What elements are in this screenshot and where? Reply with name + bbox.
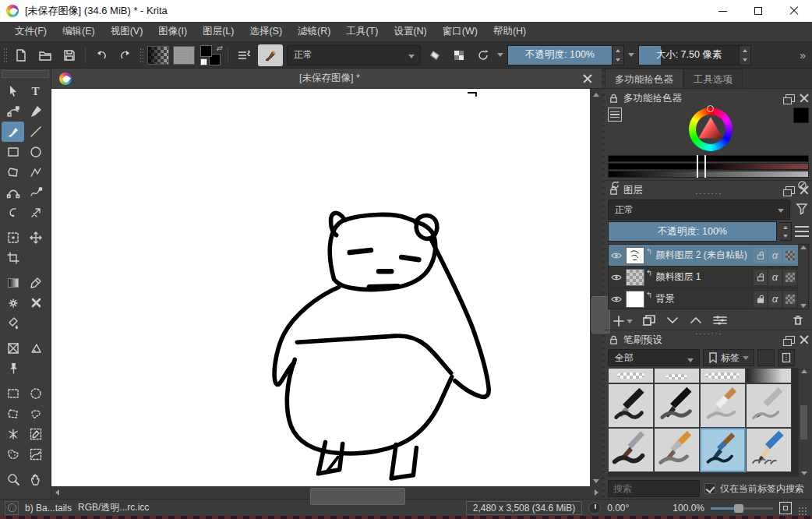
lock-layers-docker-icon[interactable] [608, 185, 619, 196]
layer-row-paint1[interactable]: ↰ 颜料图层 1 α [609, 267, 798, 288]
brush-preset-brush-dark[interactable] [608, 428, 654, 472]
layer-blend-mode-combo[interactable]: 正常 [608, 199, 790, 220]
hue-bar[interactable] [608, 155, 809, 162]
layer-inherit-alpha-icon[interactable]: α [768, 270, 782, 285]
canvas-horizontal-scrollbar[interactable] [51, 486, 602, 499]
line-tool[interactable] [24, 122, 47, 142]
freehand-path-tool[interactable] [24, 182, 47, 203]
color-triangle[interactable] [697, 115, 725, 143]
minimize-button[interactable] [704, 0, 740, 22]
size-spinner[interactable] [740, 45, 751, 65]
brush-view-menu-button[interactable] [757, 349, 775, 366]
menu-view[interactable]: 视图(V) [104, 23, 150, 41]
gradient-chooser[interactable] [147, 46, 169, 65]
layer-opacity-spinner[interactable] [780, 222, 792, 241]
pan-tool[interactable] [24, 469, 47, 489]
reload-dropdown-icon[interactable] [497, 53, 503, 57]
selection-display-button[interactable] [5, 501, 19, 515]
reload-preset-button[interactable] [473, 45, 493, 65]
close-button[interactable] [776, 0, 812, 22]
lock-brush-docker-icon[interactable] [608, 334, 619, 345]
brush-preset-pen-white[interactable] [700, 383, 746, 428]
tab-tool-options[interactable]: 工具选项 [683, 69, 743, 88]
scroll-up-arrow[interactable] [590, 89, 602, 100]
delete-layer-button[interactable] [792, 314, 804, 329]
text-tool[interactable]: T [24, 81, 47, 101]
color-sampler-tool[interactable] [24, 273, 47, 293]
value-bar[interactable] [608, 171, 809, 178]
redo-button[interactable] [115, 45, 136, 65]
toolbox-drag-handle[interactable] [2, 70, 49, 78]
move-layer-down-button[interactable] [665, 315, 680, 328]
calligraphy-tool[interactable] [24, 101, 47, 122]
brush-preset-eraser-circle[interactable] [654, 368, 700, 383]
toolbar-drag-handle-2[interactable] [139, 48, 143, 63]
close-brush-docker-icon[interactable] [800, 335, 809, 344]
preserve-alpha-button[interactable] [449, 45, 469, 65]
float-layers-docker-icon[interactable] [786, 186, 795, 194]
gradient-tool[interactable] [2, 273, 24, 293]
polyline-tool[interactable] [24, 162, 47, 182]
toolbar-overflow-button[interactable]: » [796, 49, 809, 62]
layer-visibility-icon[interactable] [610, 271, 623, 284]
tag-button[interactable]: 标签 [703, 349, 754, 366]
layer-visibility-icon[interactable] [610, 249, 623, 262]
brush-preset-airbrush[interactable] [746, 368, 792, 383]
dynamic-brush-tool[interactable] [2, 203, 24, 223]
layer-lock-icon[interactable] [754, 291, 767, 307]
elliptical-select-tool[interactable] [24, 383, 47, 404]
float-docker-icon[interactable] [786, 94, 795, 102]
brush-preset-pen-black-1[interactable] [608, 383, 654, 428]
rectangular-select-tool[interactable] [2, 383, 24, 404]
brush-search-input[interactable] [608, 480, 700, 497]
ellipse-tool[interactable] [24, 142, 47, 162]
opacity-dropdown-icon[interactable] [628, 53, 634, 57]
bezier-select-tool[interactable] [24, 444, 47, 464]
color-wheel[interactable] [689, 108, 733, 151]
transform-select-tool[interactable] [2, 81, 24, 101]
move-layer-up-button[interactable] [689, 315, 703, 328]
maximize-button[interactable] [740, 0, 776, 22]
brush-scroll-thumb[interactable] [800, 405, 807, 440]
move-tool[interactable] [24, 228, 47, 248]
fill-tool[interactable] [2, 313, 24, 334]
brush-preset-ink-selected[interactable] [700, 428, 746, 472]
outline-select-tool[interactable] [2, 444, 24, 464]
duplicate-layer-button[interactable] [642, 314, 656, 329]
layer-inherit-alpha-icon[interactable]: α [768, 291, 782, 307]
subwindow-titlebar[interactable]: [未保存图像] * [51, 69, 602, 89]
brush-editor-button[interactable] [258, 44, 283, 66]
blend-mode-combo[interactable]: 正常 [287, 45, 421, 65]
brush-preset-eraser-soft[interactable] [700, 368, 746, 383]
freehand-select-tool[interactable] [24, 404, 47, 424]
pattern-edit-tool[interactable] [2, 293, 24, 313]
color-component-sliders[interactable] [608, 155, 809, 178]
close-layers-docker-icon[interactable] [800, 185, 809, 195]
brush-preset-pen-black-2[interactable] [654, 383, 700, 428]
open-document-button[interactable] [35, 45, 55, 65]
menu-settings[interactable]: 设置(N) [387, 23, 433, 41]
brush-grid-scrollbar[interactable] [799, 368, 809, 477]
add-layer-button[interactable] [613, 315, 633, 327]
save-button[interactable] [59, 45, 79, 65]
layer-inherit-alpha-icon[interactable]: α [768, 248, 782, 263]
window-resize-grip[interactable] [798, 507, 807, 516]
brush-preset-brush-orange[interactable] [654, 428, 700, 472]
layer-opacity-slider[interactable]: 不透明度: 100% [608, 221, 777, 242]
zoom-slider[interactable] [711, 503, 773, 514]
menu-image[interactable]: 图像(I) [151, 23, 194, 41]
layer-lock-icon[interactable] [754, 270, 767, 285]
canvas[interactable] [51, 89, 590, 486]
brush-preset-pencil-silver[interactable] [746, 383, 792, 428]
layer-alpha-lock-icon[interactable] [783, 270, 796, 285]
crop-tool[interactable] [2, 248, 24, 268]
reference-images-tool[interactable] [2, 358, 24, 379]
zoom-fit-button[interactable] [779, 502, 792, 514]
close-docker-icon[interactable] [800, 94, 809, 103]
polygonal-select-tool[interactable] [2, 404, 24, 424]
float-brush-docker-icon[interactable] [786, 336, 795, 344]
undo-button[interactable] [91, 45, 111, 65]
edit-shapes-tool[interactable] [2, 101, 24, 122]
scroll-down-arrow[interactable] [590, 475, 602, 486]
layer-lock-icon[interactable] [754, 248, 767, 263]
